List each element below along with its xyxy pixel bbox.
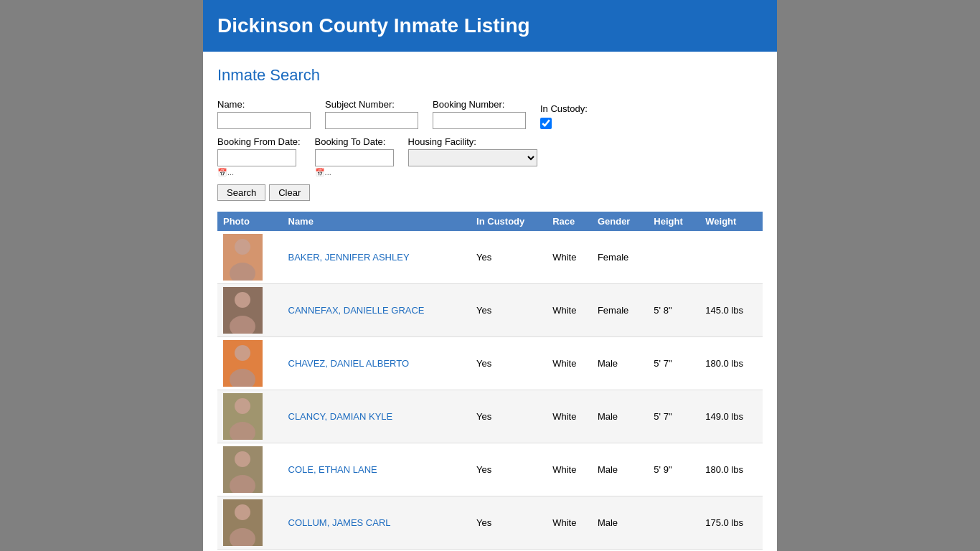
- col-weight: Weight: [699, 212, 763, 231]
- search-form: Name: Subject Number: Booking Number: In…: [217, 99, 763, 201]
- inmate-name-link[interactable]: CLANCY, DAMIAN KYLE: [288, 411, 393, 422]
- table-row: BAKER, JENNIFER ASHLEY Yes White Female: [217, 231, 763, 284]
- cell-name[interactable]: BAKER, JENNIFER ASHLEY: [283, 231, 471, 284]
- cell-name[interactable]: CANNEFAX, DANIELLE GRACE: [283, 284, 471, 337]
- cell-race: White: [547, 443, 592, 496]
- col-race: Race: [547, 212, 592, 231]
- cell-weight: [699, 231, 763, 284]
- table-row: CHAVEZ, DANIEL ALBERTO Yes White Male 5'…: [217, 337, 763, 390]
- housing-label: Housing Facility:: [408, 136, 537, 147]
- inmate-photo-3: [223, 393, 263, 440]
- in-custody-checkbox[interactable]: [540, 118, 552, 129]
- cell-gender: Male: [592, 390, 648, 443]
- svg-point-10: [235, 398, 250, 414]
- cell-gender: Female: [592, 231, 648, 284]
- booking-from-label: Booking From Date:: [217, 136, 301, 147]
- cell-in-custody: Yes: [471, 284, 547, 337]
- cell-in-custody: Yes: [471, 443, 547, 496]
- booking-to-label: Booking To Date:: [315, 136, 394, 147]
- cell-in-custody: Yes: [471, 231, 547, 284]
- col-gender: Gender: [592, 212, 648, 231]
- in-custody-label: In Custody:: [540, 103, 588, 114]
- subject-label: Subject Number:: [325, 99, 418, 110]
- cell-photo: [217, 496, 283, 550]
- cell-height: 5' 9": [648, 443, 699, 496]
- cell-gender: Male: [592, 337, 648, 390]
- booking-to-input[interactable]: [315, 149, 394, 166]
- booking-input[interactable]: [433, 112, 526, 129]
- table-header-row: Photo Name In Custody Race Gender Height…: [217, 212, 763, 231]
- cell-in-custody: Yes: [471, 390, 547, 443]
- svg-point-13: [235, 451, 250, 467]
- inmate-name-link[interactable]: COLE, ETHAN LANE: [288, 464, 377, 475]
- cell-height: [648, 231, 699, 284]
- name-label: Name:: [217, 99, 311, 110]
- inmate-table: Photo Name In Custody Race Gender Height…: [217, 212, 763, 551]
- table-row: CLANCY, DAMIAN KYLE Yes White Male 5' 7"…: [217, 390, 763, 443]
- cell-weight: 180.0 lbs: [699, 337, 763, 390]
- svg-point-4: [235, 292, 250, 308]
- svg-point-7: [235, 345, 250, 361]
- page-header: Dickinson County Inmate Listing: [203, 0, 777, 52]
- cell-photo: [217, 231, 283, 284]
- col-name: Name: [283, 212, 471, 231]
- app-title: Dickinson County Inmate Listing: [217, 14, 763, 37]
- inmate-name-link[interactable]: CANNEFAX, DANIELLE GRACE: [288, 305, 425, 316]
- cell-height: 5' 7": [648, 337, 699, 390]
- cell-photo: [217, 284, 283, 337]
- cell-height: [648, 496, 699, 550]
- cell-photo: [217, 337, 283, 390]
- inmate-photo-0: [223, 234, 263, 281]
- col-in-custody: In Custody: [471, 212, 547, 231]
- cell-race: White: [547, 496, 592, 550]
- subject-input[interactable]: [325, 112, 418, 129]
- inmate-photo-1: [223, 287, 263, 334]
- cell-name[interactable]: COLE, ETHAN LANE: [283, 443, 471, 496]
- cell-name[interactable]: CHAVEZ, DANIEL ALBERTO: [283, 337, 471, 390]
- cell-height: 5' 8": [648, 284, 699, 337]
- col-photo: Photo: [217, 212, 283, 231]
- booking-label: Booking Number:: [433, 99, 526, 110]
- table-row: COLLUM, JAMES CARL Yes White Male 175.0 …: [217, 496, 763, 550]
- booking-from-input[interactable]: [217, 149, 296, 166]
- page-title: Inmate Search: [217, 66, 763, 85]
- col-height: Height: [648, 212, 699, 231]
- inmate-photo-5: [223, 499, 263, 546]
- inmate-photo-4: [223, 446, 263, 493]
- booking-to-calendar-icon[interactable]: 📅...: [315, 168, 394, 177]
- cell-gender: Female: [592, 284, 648, 337]
- cell-gender: Male: [592, 496, 648, 550]
- cell-photo: [217, 390, 283, 443]
- booking-from-calendar-icon[interactable]: 📅...: [217, 168, 301, 177]
- cell-name[interactable]: COLLUM, JAMES CARL: [283, 496, 471, 550]
- cell-name[interactable]: CLANCY, DAMIAN KYLE: [283, 390, 471, 443]
- clear-button[interactable]: Clear: [269, 184, 310, 201]
- cell-weight: 175.0 lbs: [699, 496, 763, 550]
- cell-weight: 149.0 lbs: [699, 390, 763, 443]
- table-row: COLE, ETHAN LANE Yes White Male 5' 9" 18…: [217, 443, 763, 496]
- cell-race: White: [547, 337, 592, 390]
- cell-gender: Male: [592, 443, 648, 496]
- inmate-name-link[interactable]: BAKER, JENNIFER ASHLEY: [288, 252, 410, 263]
- cell-race: White: [547, 231, 592, 284]
- svg-point-16: [235, 504, 250, 520]
- svg-point-1: [235, 239, 250, 255]
- cell-race: White: [547, 390, 592, 443]
- cell-weight: 180.0 lbs: [699, 443, 763, 496]
- cell-in-custody: Yes: [471, 337, 547, 390]
- cell-photo: [217, 443, 283, 496]
- table-row: CANNEFAX, DANIELLE GRACE Yes White Femal…: [217, 284, 763, 337]
- cell-in-custody: Yes: [471, 496, 547, 550]
- inmate-name-link[interactable]: COLLUM, JAMES CARL: [288, 517, 391, 528]
- inmate-name-link[interactable]: CHAVEZ, DANIEL ALBERTO: [288, 358, 410, 369]
- name-input[interactable]: [217, 112, 311, 129]
- search-button[interactable]: Search: [217, 184, 265, 201]
- cell-weight: 145.0 lbs: [699, 284, 763, 337]
- inmate-photo-2: [223, 340, 263, 387]
- cell-race: White: [547, 284, 592, 337]
- housing-select[interactable]: [408, 149, 537, 166]
- cell-height: 5' 7": [648, 390, 699, 443]
